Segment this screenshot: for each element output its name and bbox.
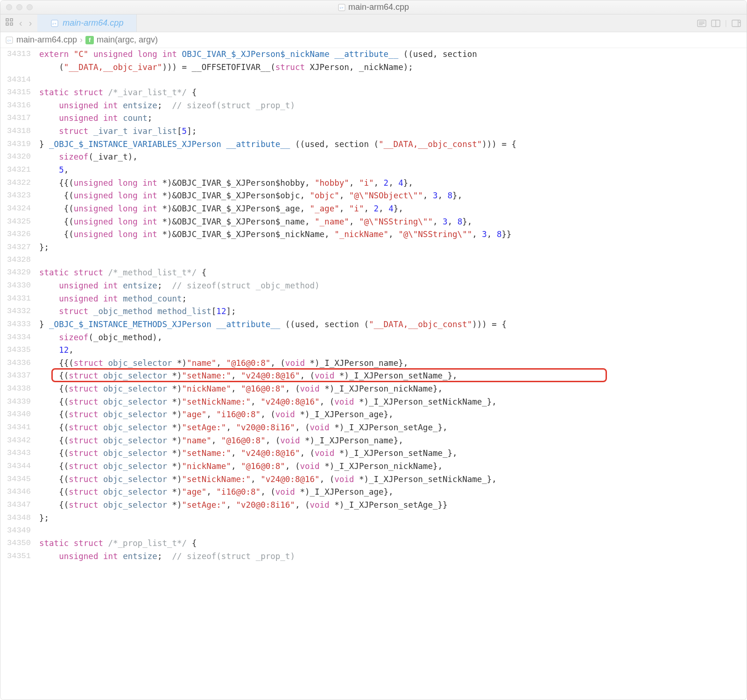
line-content[interactable]: {(unsigned long int *)&OBJC_IVAR_$_XJPer… bbox=[35, 189, 747, 203]
code-line[interactable]: 34334 sizeof(_objc_method), bbox=[0, 331, 747, 344]
line-content[interactable]: {(struct objc_selector *)"setName:", "v2… bbox=[35, 370, 747, 383]
line-content[interactable]: unsigned int entsize; // sizeof(struct _… bbox=[35, 99, 747, 112]
code-line[interactable]: 34313extern "C" unsigned long int OBJC_I… bbox=[0, 48, 747, 61]
code-line[interactable]: 34321 5, bbox=[0, 164, 747, 177]
code-line[interactable]: 34333} _OBJC_$_INSTANCE_METHODS_XJPerson… bbox=[0, 318, 747, 331]
code-line[interactable]: 34330 unsigned int entsize; // sizeof(st… bbox=[0, 280, 747, 293]
related-items-icon[interactable] bbox=[5, 18, 14, 28]
line-content[interactable]: {(struct objc_selector *)"age", "i16@0:8… bbox=[35, 486, 747, 499]
code-line[interactable]: 34320 sizeof(_ivar_t), bbox=[0, 151, 747, 164]
code-line[interactable]: 34351 unsigned int entsize; // sizeof(st… bbox=[0, 550, 747, 563]
breadcrumb-file[interactable]: main-arm64.cpp bbox=[16, 35, 77, 45]
code-line[interactable]: 34341 {(struct objc_selector *)"setAge:"… bbox=[0, 421, 747, 434]
line-content[interactable]: {(struct objc_selector *)"setAge:", "v20… bbox=[35, 499, 747, 512]
line-content[interactable]: extern "C" unsigned long int OBJC_IVAR_$… bbox=[35, 48, 747, 61]
code-line[interactable]: 34336 {{(struct objc_selector *)"name", … bbox=[0, 357, 747, 370]
code-line[interactable]: ("__DATA,__objc_ivar"))) = __OFFSETOFIVA… bbox=[0, 61, 747, 74]
code-line[interactable]: 34324 {(unsigned long int *)&OBJC_IVAR_$… bbox=[0, 203, 747, 216]
svg-rect-3 bbox=[10, 19, 13, 21]
code-line[interactable]: 34326 {(unsigned long int *)&OBJC_IVAR_$… bbox=[0, 228, 747, 241]
line-content[interactable]: {(struct objc_selector *)"nickName", "@1… bbox=[35, 460, 747, 473]
code-line[interactable]: 34337 {(struct objc_selector *)"setName:… bbox=[0, 370, 747, 383]
line-content[interactable]: {(struct objc_selector *)"setAge:", "v20… bbox=[35, 421, 747, 434]
code-line[interactable]: 34319} _OBJC_$_INSTANCE_VARIABLES_XJPers… bbox=[0, 138, 747, 151]
line-content[interactable]: {{(struct objc_selector *)"name", "@16@0… bbox=[35, 357, 747, 370]
code-line[interactable]: 34331 unsigned int method_count; bbox=[0, 293, 747, 306]
line-content[interactable]: static struct /*_method_list_t*/ { bbox=[35, 266, 747, 280]
line-content[interactable]: static struct /*_ivar_list_t*/ { bbox=[35, 86, 747, 99]
line-number: 34340 bbox=[0, 408, 35, 421]
code-line[interactable]: 34332 struct _objc_method method_list[12… bbox=[0, 305, 747, 318]
code-editor[interactable]: 34313extern "C" unsigned long int OBJC_I… bbox=[0, 48, 747, 700]
code-line[interactable]: 34328 bbox=[0, 254, 747, 266]
cpp-file-icon: c+ bbox=[338, 4, 345, 11]
line-content[interactable]: unsigned int entsize; // sizeof(struct _… bbox=[35, 550, 747, 563]
nav-forward-icon[interactable]: › bbox=[28, 18, 33, 28]
code-line[interactable]: 34340 {(struct objc_selector *)"age", "i… bbox=[0, 408, 747, 421]
line-content[interactable]: sizeof(_ivar_t), bbox=[35, 151, 747, 164]
line-number: 34325 bbox=[0, 216, 35, 229]
line-number: 34346 bbox=[0, 486, 35, 499]
code-line[interactable]: 34338 {(struct objc_selector *)"nickName… bbox=[0, 383, 747, 396]
line-content[interactable]: ("__DATA,__objc_ivar"))) = __OFFSETOFIVA… bbox=[35, 61, 747, 74]
breadcrumb-symbol[interactable]: main(argc, argv) bbox=[97, 35, 158, 45]
line-content[interactable]: } _OBJC_$_INSTANCE_METHODS_XJPerson __at… bbox=[35, 318, 747, 331]
code-line[interactable]: 34317 unsigned int count; bbox=[0, 112, 747, 125]
line-content[interactable]: struct _ivar_t ivar_list[5]; bbox=[35, 125, 747, 138]
line-content[interactable]: struct _objc_method method_list[12]; bbox=[35, 305, 747, 318]
code-line[interactable]: 34348}; bbox=[0, 512, 747, 525]
line-content[interactable]: {(struct objc_selector *)"setNickName:",… bbox=[35, 473, 747, 486]
code-line[interactable]: 34329static struct /*_method_list_t*/ { bbox=[0, 266, 747, 280]
line-number: 34324 bbox=[0, 203, 35, 216]
line-content[interactable] bbox=[35, 254, 747, 266]
adjust-editor-icon[interactable] bbox=[711, 20, 720, 27]
code-line[interactable]: 34342 {(struct objc_selector *)"name", "… bbox=[0, 434, 747, 448]
code-line[interactable]: 34315static struct /*_ivar_list_t*/ { bbox=[0, 86, 747, 99]
code-line[interactable]: 34350static struct /*_prop_list_t*/ { bbox=[0, 537, 747, 550]
line-content[interactable]: {(unsigned long int *)&OBJC_IVAR_$_XJPer… bbox=[35, 228, 747, 241]
line-content[interactable]: unsigned int count; bbox=[35, 112, 747, 125]
line-content[interactable]: } _OBJC_$_INSTANCE_VARIABLES_XJPerson __… bbox=[35, 138, 747, 151]
code-line[interactable]: 34347 {(struct objc_selector *)"setAge:"… bbox=[0, 499, 747, 512]
code-line[interactable]: 34318 struct _ivar_t ivar_list[5]; bbox=[0, 125, 747, 138]
code-line[interactable]: 34322 {{(unsigned long int *)&OBJC_IVAR_… bbox=[0, 177, 747, 190]
code-area[interactable]: 34313extern "C" unsigned long int OBJC_I… bbox=[0, 48, 747, 700]
code-line[interactable]: 34323 {(unsigned long int *)&OBJC_IVAR_$… bbox=[0, 189, 747, 203]
code-line[interactable]: 34346 {(struct objc_selector *)"age", "i… bbox=[0, 486, 747, 499]
code-line[interactable]: 34335 12, bbox=[0, 344, 747, 357]
code-line[interactable]: 34345 {(struct objc_selector *)"setNickN… bbox=[0, 473, 747, 486]
line-content[interactable]: {(struct objc_selector *)"nickName", "@1… bbox=[35, 383, 747, 396]
line-content[interactable]: {(struct objc_selector *)"age", "i16@0:8… bbox=[35, 408, 747, 421]
code-line[interactable]: 34344 {(struct objc_selector *)"nickName… bbox=[0, 460, 747, 473]
function-badge-icon: f bbox=[85, 36, 94, 44]
line-content[interactable]: {(struct objc_selector *)"setName:", "v2… bbox=[35, 447, 747, 460]
code-line[interactable]: 34316 unsigned int entsize; // sizeof(st… bbox=[0, 99, 747, 112]
line-content[interactable] bbox=[35, 74, 747, 86]
line-content[interactable]: unsigned int entsize; // sizeof(struct _… bbox=[35, 280, 747, 293]
line-content[interactable]: 12, bbox=[35, 344, 747, 357]
line-content[interactable]: }; bbox=[35, 512, 747, 525]
line-content[interactable]: sizeof(_objc_method), bbox=[35, 331, 747, 344]
breadcrumb-bar[interactable]: c+ main-arm64.cpp › f main(argc, argv) bbox=[0, 32, 747, 48]
line-content[interactable]: static struct /*_prop_list_t*/ { bbox=[35, 537, 747, 550]
line-number: 34350 bbox=[0, 537, 35, 550]
add-editor-icon[interactable] bbox=[732, 20, 741, 27]
code-line[interactable]: 34339 {(struct objc_selector *)"setNickN… bbox=[0, 396, 747, 409]
line-content[interactable]: {(unsigned long int *)&OBJC_IVAR_$_XJPer… bbox=[35, 203, 747, 216]
line-content[interactable]: 5, bbox=[35, 164, 747, 177]
tab-main-arm64[interactable]: c+ main-arm64.cpp bbox=[37, 14, 137, 32]
code-line[interactable]: 34314 bbox=[0, 74, 747, 86]
line-content[interactable]: {(struct objc_selector *)"setNickName:",… bbox=[35, 396, 747, 409]
line-content[interactable]: {(unsigned long int *)&OBJC_IVAR_$_XJPer… bbox=[35, 216, 747, 229]
code-line[interactable]: 34349 bbox=[0, 525, 747, 537]
line-content[interactable] bbox=[35, 525, 747, 537]
line-content[interactable]: }; bbox=[35, 241, 747, 254]
line-content[interactable]: {(struct objc_selector *)"name", "@16@0:… bbox=[35, 434, 747, 448]
code-line[interactable]: 34327}; bbox=[0, 241, 747, 254]
line-content[interactable]: {{(unsigned long int *)&OBJC_IVAR_$_XJPe… bbox=[35, 177, 747, 190]
nav-back-icon[interactable]: ‹ bbox=[18, 18, 23, 28]
line-content[interactable]: unsigned int method_count; bbox=[35, 293, 747, 306]
editor-options-icon[interactable] bbox=[697, 20, 706, 27]
code-line[interactable]: 34325 {(unsigned long int *)&OBJC_IVAR_$… bbox=[0, 216, 747, 229]
code-line[interactable]: 34343 {(struct objc_selector *)"setName:… bbox=[0, 447, 747, 460]
